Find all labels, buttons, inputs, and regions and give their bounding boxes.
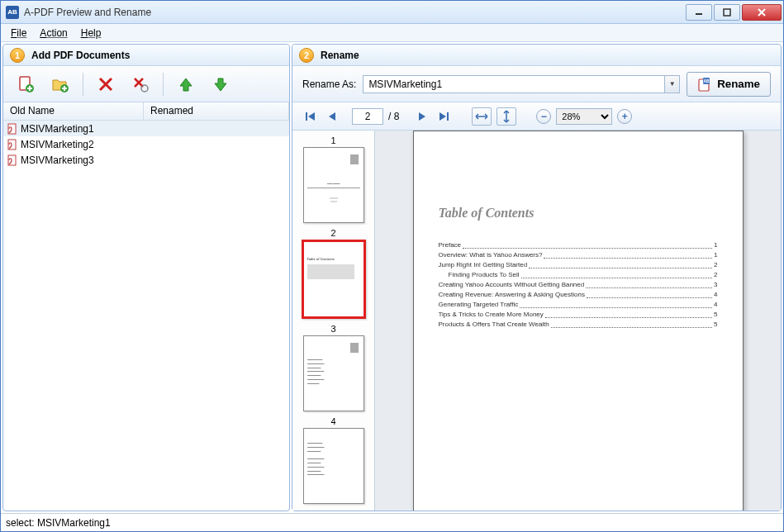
rename-as-label: Rename As: bbox=[302, 78, 356, 90]
page-canvas: Table of Contents Preface1Overview: What… bbox=[413, 131, 744, 511]
last-page-button[interactable] bbox=[435, 108, 452, 125]
content-area: 1 Add PDF Documents bbox=[1, 42, 783, 513]
pdf-icon bbox=[7, 139, 18, 150]
pdf-icon bbox=[7, 123, 18, 135]
menu-action[interactable]: Action bbox=[33, 26, 74, 40]
thumbnail-item[interactable]: 3━━━━━━━━━━━━━━━━━━━━━━━━━━━━━━━━━━━━━━━… bbox=[294, 322, 373, 411]
zoom-in-button[interactable]: + bbox=[617, 109, 632, 124]
thumb-number: 2 bbox=[294, 226, 373, 240]
thumb-page: Table of Contents bbox=[302, 240, 366, 319]
statusbar: select: MSIVMarketing1 bbox=[1, 513, 783, 531]
right-panel-title: Rename bbox=[321, 50, 359, 61]
toc-line: Creating Yahoo Accounts Without Getting … bbox=[439, 280, 718, 290]
toc-line: Jump Right In! Getting Started2 bbox=[439, 260, 718, 270]
thumb-page: ━━━━━━━━━━━━━━━━━━━━━━━━━━━━━━━━━━━━━━━━… bbox=[303, 335, 364, 411]
total-pages: / 8 bbox=[388, 111, 399, 122]
toc-line: Finding Products To Sell2 bbox=[439, 270, 718, 280]
preview-area: 1━━━ ━━━━━━━━━━━━━2Table of Contents3━━━… bbox=[292, 131, 781, 511]
move-down-button[interactable] bbox=[205, 70, 236, 98]
toc-line: Products & Offers That Create Wealth5 bbox=[439, 320, 718, 330]
toolbar-separator bbox=[83, 73, 83, 96]
fit-height-button[interactable] bbox=[497, 107, 516, 126]
thumb-number: 5 bbox=[294, 507, 373, 511]
svg-rect-1 bbox=[724, 9, 730, 16]
rename-input[interactable] bbox=[363, 75, 665, 93]
add-file-button[interactable] bbox=[10, 70, 41, 98]
move-up-button[interactable] bbox=[170, 70, 202, 98]
toc-line: Creating Revenue: Answering & Asking Que… bbox=[439, 290, 718, 300]
toc-line: Overview: What is Yahoo Answers?1 bbox=[439, 250, 718, 260]
titlebar[interactable]: AB A-PDF Preview and Rename bbox=[1, 1, 783, 24]
window-controls bbox=[684, 4, 782, 21]
menubar: File Action Help bbox=[1, 24, 783, 42]
rename-bar: Rename As: ▼ AB Rename bbox=[292, 66, 781, 102]
right-panel: 2 Rename Rename As: ▼ AB Rename bbox=[292, 44, 782, 511]
remove-settings-button[interactable] bbox=[125, 70, 156, 98]
toc-title: Table of Contents bbox=[439, 206, 718, 221]
rename-dropdown-icon[interactable]: ▼ bbox=[665, 75, 680, 93]
add-folder-button[interactable] bbox=[45, 70, 76, 98]
file-row[interactable]: MSIVMarketing1 bbox=[3, 121, 289, 136]
file-row[interactable]: MSIVMarketing3 bbox=[3, 152, 289, 168]
thumbnail-item[interactable]: 5━━━━━━━━ bbox=[294, 507, 373, 511]
toc-line: Generating Targeted Traffic4 bbox=[439, 300, 718, 310]
toolbar-separator bbox=[163, 73, 164, 96]
thumb-number: 4 bbox=[294, 415, 373, 428]
window-title: A-PDF Preview and Rename bbox=[24, 7, 684, 18]
pdf-icon bbox=[7, 154, 18, 166]
toc-line: Tips & Tricks to Create More Money5 bbox=[439, 310, 718, 320]
thumbnail-item[interactable]: 1━━━ ━━━━━━━━━━━━━ bbox=[294, 134, 373, 223]
nav-bar: / 8 − 28% + bbox=[292, 102, 781, 131]
close-button[interactable] bbox=[742, 4, 782, 21]
thumb-number: 1 bbox=[294, 134, 373, 147]
list-header: Old Name Renamed bbox=[3, 102, 289, 121]
page-input[interactable] bbox=[352, 108, 383, 125]
app-icon: AB bbox=[6, 6, 19, 19]
col-old-name[interactable]: Old Name bbox=[3, 102, 144, 120]
col-renamed[interactable]: Renamed bbox=[144, 102, 289, 120]
menu-file[interactable]: File bbox=[4, 26, 33, 40]
left-toolbar bbox=[3, 66, 289, 102]
app-window: AB A-PDF Preview and Rename File Action … bbox=[0, 0, 784, 532]
maximize-button[interactable] bbox=[714, 4, 740, 21]
file-list: Old Name Renamed MSIVMarketing1MSIVMarke… bbox=[3, 102, 289, 511]
next-page-button[interactable] bbox=[414, 108, 430, 125]
left-panel-header: 1 Add PDF Documents bbox=[3, 45, 289, 66]
thumbnail-item[interactable]: 2Table of Contents bbox=[294, 226, 373, 319]
file-name: MSIVMarketing2 bbox=[21, 139, 94, 150]
step-badge-2: 2 bbox=[299, 48, 314, 63]
toc-line: Preface1 bbox=[439, 240, 718, 250]
rename-button-label: Rename bbox=[717, 78, 760, 90]
thumbnail-item[interactable]: 4━━━━━━━━━━━━━━━━━━━━━━━━━━━━━━━━━━━━━━━… bbox=[294, 415, 373, 504]
svg-point-15 bbox=[141, 85, 148, 92]
file-name: MSIVMarketing3 bbox=[21, 154, 94, 166]
thumb-page: ━━━ ━━━━━━━━━━━━━ bbox=[303, 147, 364, 223]
thumbnail-strip[interactable]: 1━━━ ━━━━━━━━━━━━━2Table of Contents3━━━… bbox=[292, 131, 375, 511]
rename-combo: ▼ bbox=[363, 75, 680, 93]
file-row[interactable]: MSIVMarketing2 bbox=[3, 136, 289, 152]
status-text: select: MSIVMarketing1 bbox=[6, 517, 111, 529]
rename-icon: AB bbox=[697, 77, 712, 92]
fit-width-button[interactable] bbox=[472, 107, 492, 126]
left-panel: 1 Add PDF Documents bbox=[2, 44, 290, 511]
svg-text:AB: AB bbox=[704, 78, 710, 83]
right-panel-header: 2 Rename bbox=[292, 45, 781, 66]
zoom-out-button[interactable]: − bbox=[536, 109, 551, 124]
step-badge-1: 1 bbox=[10, 48, 25, 63]
file-name: MSIVMarketing1 bbox=[21, 123, 94, 135]
thumb-page: ━━━━━━━━━━━━━━━━━━━━━━━━━━━━━━━━━━━━━━━━… bbox=[303, 428, 364, 504]
first-page-button[interactable] bbox=[302, 108, 319, 125]
menu-help[interactable]: Help bbox=[74, 26, 108, 40]
prev-page-button[interactable] bbox=[324, 108, 340, 125]
left-panel-title: Add PDF Documents bbox=[31, 50, 130, 61]
remove-button[interactable] bbox=[90, 70, 121, 98]
thumb-number: 3 bbox=[294, 322, 373, 335]
rename-button[interactable]: AB Rename bbox=[687, 72, 771, 97]
page-view[interactable]: Table of Contents Preface1Overview: What… bbox=[375, 131, 781, 511]
zoom-select[interactable]: 28% bbox=[556, 108, 612, 125]
minimize-button[interactable] bbox=[686, 4, 712, 21]
